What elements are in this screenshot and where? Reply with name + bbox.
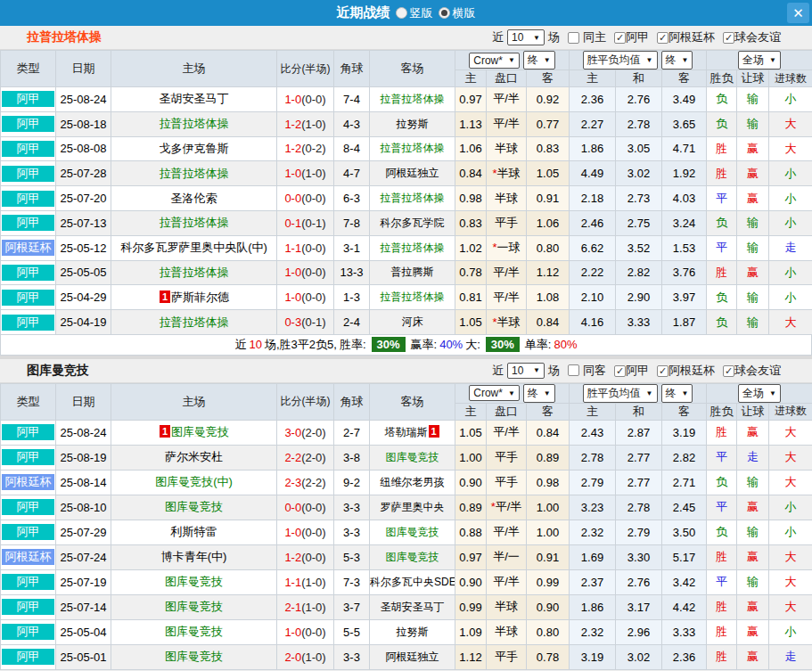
away-team-name: 拉普拉塔体操: [381, 142, 445, 154]
home-team-cell: 1图库曼竞技: [111, 420, 277, 445]
titlebar: 近期战绩 竖版 横版 ✕: [0, 0, 812, 26]
league-checkbox-1[interactable]: ✓: [657, 365, 668, 377]
let-ball-flag: 输: [737, 111, 769, 136]
radio-vertical-label: 竖版: [410, 5, 433, 21]
match-row: 阿甲 25-04-29 1萨斯菲尔德 1-0(0-0) 1-3 拉普拉塔体操 0…: [1, 285, 812, 310]
radio-vertical-icon[interactable]: [396, 7, 407, 19]
home-team-name: 拉普拉塔体操: [160, 117, 229, 130]
score-cell: 2-3(2-2): [277, 470, 334, 495]
goals-flag: 走: [769, 644, 812, 669]
crow-home-odds: 0.78: [455, 260, 487, 285]
away-team-name: 圣胡安圣马丁: [381, 601, 445, 613]
match-row: 阿甲 25-07-19 图库曼竞技 1-1(1-0) 7-3 科尔多瓦中央SDE…: [1, 569, 812, 594]
final-odds-select-2[interactable]: 终▼: [661, 51, 693, 70]
half-score: (1-0): [301, 576, 325, 589]
away-team-name: 图库曼竞技: [386, 551, 439, 563]
col-handicap: 盘口: [487, 403, 527, 420]
corner-count: 8-4: [334, 136, 370, 161]
handicap-value: 平/半: [487, 569, 527, 594]
score-cell: 2-1(1-0): [277, 594, 334, 619]
match-type-cell: 阿甲: [1, 210, 56, 235]
corner-count: 5-3: [334, 544, 370, 569]
avg-draw-odds: 3.33: [616, 310, 662, 335]
score-cell: 2-2(2-0): [277, 445, 334, 470]
chevron-down-icon: ▼: [646, 389, 653, 397]
avg-draw-odds: 3.02: [616, 161, 662, 186]
result-flag: 平: [707, 235, 737, 260]
goals-flag: 大: [769, 594, 812, 619]
goals-flag: 小: [769, 285, 812, 310]
result-flag: 胜: [707, 644, 737, 669]
match-date: 25-05-04: [56, 619, 111, 644]
let-ball-flag: 赢: [737, 161, 769, 186]
match-date: 25-07-20: [56, 186, 111, 211]
goals-flag: 走: [769, 235, 812, 260]
crow-away-odds: 0.92: [527, 87, 570, 112]
profit-rate-value: 40%: [439, 338, 463, 351]
layout-radio-horizontal[interactable]: 横版: [439, 5, 476, 21]
league-checkbox-0[interactable]: ✓: [614, 365, 626, 377]
final-odds-select-1[interactable]: 终▼: [523, 51, 555, 70]
full-score: 1-2: [284, 118, 301, 131]
near-count-select[interactable]: 10▼: [507, 29, 545, 45]
away-team-cell: 拉普拉塔体操: [370, 235, 455, 260]
home-team-cell: 拉普拉塔体操: [111, 210, 277, 235]
crow-home-odds: 1.13: [455, 111, 487, 136]
close-button[interactable]: ✕: [787, 3, 809, 23]
full-score: 0-3: [284, 315, 301, 329]
avg-odds-select[interactable]: 胜平负均值▼: [583, 384, 658, 403]
same-venue-label: 同主: [583, 29, 606, 45]
radio-horizontal-icon[interactable]: [439, 7, 450, 19]
layout-radio-vertical[interactable]: 竖版: [396, 5, 433, 21]
avg-away-odds: 2.36: [662, 644, 707, 669]
handicap-value: 半球: [487, 186, 527, 211]
away-team-name: 拉努斯: [397, 626, 429, 638]
home-team-cell: 图库曼竞技(中): [111, 470, 277, 495]
crow-home-odds: 1.00: [455, 445, 487, 470]
league-type-badge: 阿甲: [2, 290, 54, 306]
full-match-select[interactable]: 全场▼: [738, 384, 781, 403]
league-type-badge: 阿甲: [2, 91, 54, 107]
avg-odds-select[interactable]: 胜平负均值▼: [583, 51, 658, 70]
avg-draw-odds: 3.52: [616, 235, 662, 260]
col-result: 胜负: [707, 403, 737, 420]
league-type-badge: 阿甲: [2, 424, 54, 440]
match-row: 阿甲 25-08-24 1图库曼竞技 3-0(2-0) 2-7 塔勒瑞斯1 1.…: [1, 420, 812, 445]
final-odds-select-2[interactable]: 终▼: [661, 384, 693, 403]
match-row: 阿甲 25-08-19 萨尔米安杜 2-2(2-0) 3-8 图库曼竞技 1.0…: [1, 445, 812, 470]
result-flag: 胜: [707, 420, 737, 445]
league-checkbox-0[interactable]: ✓: [614, 32, 626, 44]
let-ball-flag: 输: [737, 520, 769, 544]
crow-odds-select[interactable]: Crow*▼: [469, 53, 520, 69]
league-checkbox-2[interactable]: ✓: [723, 365, 734, 377]
league-type-badge: 阿甲: [2, 524, 54, 540]
near-count-select[interactable]: 10▼: [507, 363, 545, 379]
final-odds-select-1[interactable]: 终▼: [523, 384, 555, 403]
let-ball-flag: 赢: [737, 260, 769, 285]
home-team-cell: 图库曼竞技: [111, 569, 277, 594]
avg-home-odds: 1.86: [570, 594, 616, 619]
avg-away-odds: 3.42: [662, 569, 707, 594]
full-match-select[interactable]: 全场▼: [738, 51, 781, 70]
let-ball-flag: 赢: [737, 136, 769, 161]
col-avg-draw: 和: [616, 403, 662, 420]
avg-draw-odds: 2.76: [616, 87, 662, 112]
handicap-value: 平/半: [487, 520, 527, 544]
goals-flag: 小: [769, 186, 812, 211]
same-venue-checkbox[interactable]: ✓: [568, 364, 579, 376]
match-date: 25-05-01: [56, 644, 111, 669]
record-summary: 近10场,胜3平2负5,胜率:30%赢率:40%大:30%单率:80%: [0, 335, 812, 356]
match-type-cell: 阿甲: [1, 420, 56, 445]
avg-home-odds: 1.69: [570, 544, 616, 569]
league-checkbox-1[interactable]: ✓: [657, 32, 668, 44]
league-checkbox-2[interactable]: ✓: [723, 32, 734, 44]
same-venue-checkbox[interactable]: ✓: [568, 32, 579, 44]
half-score: (0-1): [301, 217, 325, 230]
away-team-cell: 罗萨里奥中央: [370, 495, 455, 520]
crow-odds-select[interactable]: Crow*▼: [469, 385, 520, 401]
avg-draw-odds: 2.77: [616, 470, 662, 495]
let-ball-flag: 赢: [737, 186, 769, 211]
home-team-cell: 博卡青年(中): [111, 544, 277, 569]
col-crow-away: 客: [527, 403, 570, 420]
home-team-name: 拉普拉塔体操: [160, 315, 229, 329]
